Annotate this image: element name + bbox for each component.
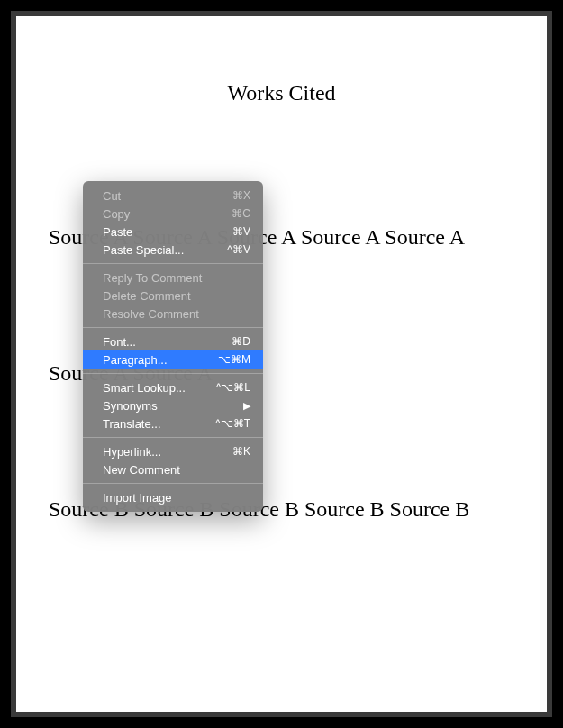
- menu-synonyms[interactable]: Synonyms ▶: [83, 396, 263, 414]
- menu-delete-comment: Delete Comment: [83, 287, 263, 305]
- menu-hyperlink[interactable]: Hyperlink... ⌘K: [83, 442, 263, 460]
- window-frame: Works Cited Source A Source A Source A S…: [11, 11, 552, 717]
- menu-shortcut: ^⌘V: [227, 243, 250, 256]
- menu-copy: Copy ⌘C: [83, 205, 263, 223]
- menu-label: Cut: [103, 189, 121, 203]
- menu-label: Resolve Comment: [103, 307, 199, 321]
- menu-separator: [83, 437, 263, 438]
- menu-translate[interactable]: Translate... ^⌥⌘T: [83, 414, 263, 432]
- menu-separator: [83, 263, 263, 264]
- menu-shortcut: ⌘K: [232, 445, 250, 458]
- menu-new-comment[interactable]: New Comment: [83, 460, 263, 478]
- menu-font[interactable]: Font... ⌘D: [83, 332, 263, 350]
- menu-label: Import Image: [103, 491, 172, 505]
- menu-paste-special[interactable]: Paste Special... ^⌘V: [83, 241, 263, 259]
- menu-paragraph[interactable]: Paragraph... ⌥⌘M: [83, 350, 263, 369]
- menu-cut: Cut ⌘X: [83, 187, 263, 205]
- menu-label: New Comment: [103, 463, 180, 477]
- menu-paste[interactable]: Paste ⌘V: [83, 223, 263, 241]
- menu-label: Delete Comment: [103, 289, 191, 303]
- menu-shortcut: ⌘D: [232, 335, 250, 348]
- menu-separator: [83, 373, 263, 374]
- menu-reply-comment: Reply To Comment: [83, 268, 263, 287]
- document-page[interactable]: Works Cited Source A Source A Source A S…: [16, 16, 547, 712]
- menu-shortcut: ⌘X: [232, 189, 250, 202]
- page-title: Works Cited: [16, 81, 547, 105]
- menu-label: Paste Special...: [103, 243, 184, 257]
- menu-label: Font...: [103, 335, 136, 349]
- menu-separator: [83, 327, 263, 328]
- context-menu: Cut ⌘X Copy ⌘C Paste ⌘V Paste Special...…: [83, 181, 263, 512]
- menu-resolve-comment: Resolve Comment: [83, 305, 263, 323]
- menu-label: Reply To Comment: [103, 271, 202, 285]
- menu-shortcut: ⌥⌘M: [218, 353, 250, 366]
- menu-shortcut: ⌘C: [232, 207, 250, 220]
- submenu-arrow-icon: ▶: [243, 400, 250, 412]
- menu-shortcut: ^⌥⌘T: [215, 417, 250, 430]
- menu-shortcut: ^⌥⌘L: [216, 381, 250, 394]
- menu-label: Paste: [103, 225, 132, 239]
- menu-shortcut: ⌘V: [232, 225, 250, 238]
- menu-label: Hyperlink...: [103, 445, 161, 459]
- menu-label: Translate...: [103, 417, 161, 431]
- menu-separator: [83, 483, 263, 484]
- menu-label: Smart Lookup...: [103, 381, 186, 395]
- menu-label: Synonyms: [103, 399, 158, 413]
- menu-label: Paragraph...: [103, 353, 168, 367]
- menu-label: Copy: [103, 207, 130, 221]
- menu-import-image[interactable]: Import Image: [83, 488, 263, 506]
- menu-smart-lookup[interactable]: Smart Lookup... ^⌥⌘L: [83, 378, 263, 396]
